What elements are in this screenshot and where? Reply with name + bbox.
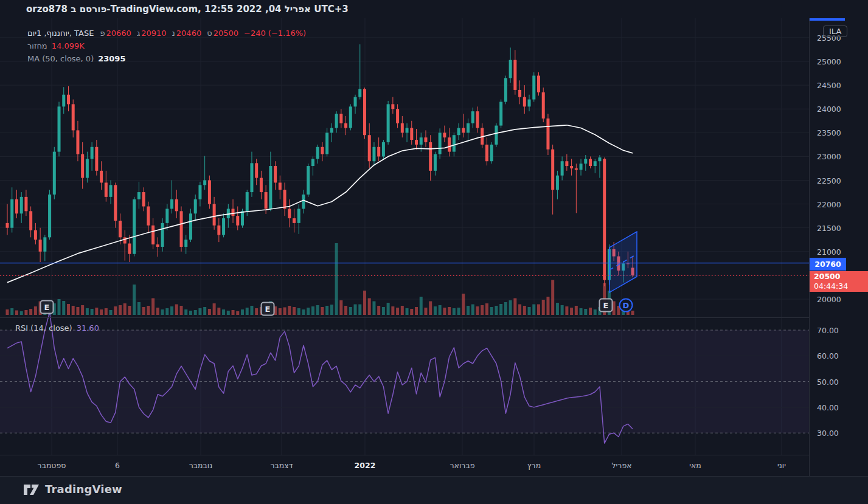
snapshot-footer: TradingView xyxy=(0,476,868,504)
rsi-axis-label: 40.00 xyxy=(817,402,839,412)
publish-header: orzo878 פורסם ב-TradingView.com, 12:55 א… xyxy=(0,0,868,18)
ohlc-open: פ 20660 xyxy=(100,29,131,38)
high-letter: ג xyxy=(137,29,140,38)
symbol-legend-row-main[interactable]: יוחננוף, 1יום, TASE פ 20660 ג 20910 נ 20… xyxy=(27,27,306,40)
tradingview-brand[interactable]: TradingView xyxy=(23,482,122,495)
ohlc-low: נ 20460 xyxy=(172,29,202,38)
time-axis-label: מאי xyxy=(689,461,701,470)
time-axis-label: מרץ xyxy=(527,461,541,470)
rsi-label: RSI (14, close) xyxy=(15,323,72,333)
price-axis-label: 24500 xyxy=(817,81,841,90)
pane-separator-main-rsi[interactable] xyxy=(0,317,809,318)
ma-value: 23095 xyxy=(98,54,125,63)
open-letter: פ xyxy=(100,29,105,38)
last-price-countdown-tag: 20500 04:44:34 xyxy=(810,271,868,292)
low-value: 20460 xyxy=(176,29,201,38)
price-axis-label: 23500 xyxy=(817,128,841,137)
price-axis-label: 21500 xyxy=(817,223,841,232)
volume-value: 14.099K xyxy=(52,41,85,50)
time-axis-label: 6 xyxy=(115,461,120,470)
earnings-marker[interactable]: E xyxy=(40,300,54,314)
earnings-marker[interactable]: E xyxy=(261,302,275,316)
price-scale[interactable]: 2550025000245002400023500230002250022000… xyxy=(809,18,868,476)
bar-countdown: 04:44:34 xyxy=(814,281,868,291)
time-axis-label: אפריל xyxy=(611,461,631,470)
close-letter: ס xyxy=(207,29,212,38)
time-axis-label: נובמבר xyxy=(189,461,212,470)
volume-legend-row[interactable]: מחזור 14.099K xyxy=(27,40,306,52)
time-axis-label: דצמבר xyxy=(270,461,293,470)
tradingview-logo-icon xyxy=(23,482,40,495)
symbol-legend[interactable]: יוחננוף, 1יום, TASE פ 20660 ג 20910 נ 20… xyxy=(27,27,306,65)
dividends-marker[interactable]: D xyxy=(619,299,633,312)
time-axis-label: 2022 xyxy=(355,461,376,470)
ma-label: MA (50, close, 0) xyxy=(27,54,94,63)
close-value: 20500 xyxy=(214,29,238,38)
price-scale-highlight-bar xyxy=(810,18,845,21)
price-axis-label: 24000 xyxy=(817,105,841,114)
chart-canvas[interactable] xyxy=(0,0,868,504)
price-axis-label: 25000 xyxy=(817,57,841,66)
price-scale-unit-button[interactable]: ILA xyxy=(823,26,847,37)
ohlc-high: ג 20910 xyxy=(137,29,167,38)
time-axis-label: יוני xyxy=(777,461,786,470)
volume-label: מחזור xyxy=(27,41,47,50)
horizontal-line-price-tag: 20760 xyxy=(810,258,846,271)
last-price-value: 20500 xyxy=(814,272,868,281)
rsi-value: 31.60 xyxy=(77,323,99,333)
high-value: 20910 xyxy=(141,29,166,38)
earnings-marker[interactable]: E xyxy=(599,299,613,312)
rsi-axis-label: 30.00 xyxy=(817,429,839,438)
time-scale[interactable]: ספטמבר6נובמברדצמבר2022פברוארמרץאפרילמאיי… xyxy=(0,455,809,476)
change-value: −240 (−1.16%) xyxy=(244,29,306,38)
tradingview-brand-text: TradingView xyxy=(45,483,122,495)
price-axis-label: 23000 xyxy=(817,152,841,161)
open-value: 20660 xyxy=(106,29,131,38)
ohlc-close: ס 20500 xyxy=(207,29,238,38)
price-axis-label: 22000 xyxy=(817,199,841,209)
symbol-title: יוחננוף, 1יום, TASE xyxy=(27,29,94,38)
rsi-legend-row[interactable]: RSI (14, close) 31.60 xyxy=(15,323,99,333)
time-axis-label: פברואר xyxy=(450,461,475,470)
price-axis-label: 20000 xyxy=(817,295,841,304)
publish-info-text: orzo878 פורסם ב-TradingView.com, 12:55 א… xyxy=(26,0,349,18)
ma-legend-row[interactable]: MA (50, close, 0) 23095 xyxy=(27,52,306,65)
rsi-axis-label: 50.00 xyxy=(817,377,839,386)
rsi-axis-label: 70.00 xyxy=(817,326,839,335)
price-axis-label: 22500 xyxy=(817,176,841,185)
tradingview-chart-snapshot: orzo878 פורסם ב-TradingView.com, 12:55 א… xyxy=(0,0,868,504)
price-axis-label: 21000 xyxy=(817,247,841,256)
rsi-axis-label: 60.00 xyxy=(817,351,839,361)
time-axis-label: ספטמבר xyxy=(38,461,66,470)
low-letter: נ xyxy=(172,29,175,38)
